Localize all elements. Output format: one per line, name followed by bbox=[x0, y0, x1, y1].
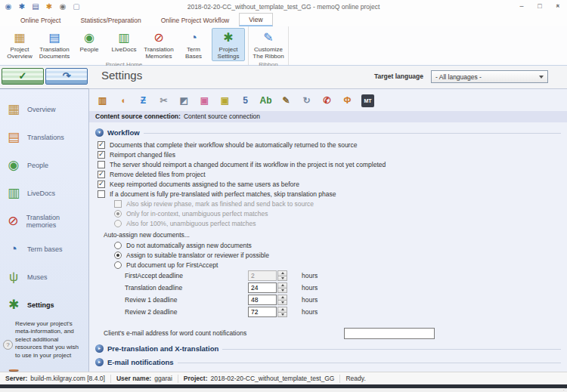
checkbox[interactable] bbox=[98, 141, 105, 149]
deadline-row: FirstAccept deadline 2 hours bbox=[125, 270, 567, 282]
checkbox-label[interactable]: Reimport changed files bbox=[110, 151, 175, 159]
sidebar-item-icon: ◔ bbox=[4, 242, 23, 257]
window-controls: – □ × bbox=[513, 1, 567, 13]
sidebar-item-overview[interactable]: ▦ Overview bbox=[0, 95, 88, 123]
skip-option-label[interactable]: Only for in-context, unambiguous perfect… bbox=[126, 210, 268, 218]
spinner-up-button[interactable] bbox=[277, 295, 287, 301]
penalty-settings-icon[interactable]: ✆ bbox=[321, 94, 333, 107]
deadline-input[interactable]: 72 bbox=[248, 307, 277, 317]
spinner-down-button[interactable] bbox=[277, 313, 287, 318]
customize-ribbon-button[interactable]: ✎ Customize The Ribbon bbox=[252, 28, 285, 61]
skip-options-list: Also skip review phase, mark as finished… bbox=[89, 199, 567, 228]
ribbon-tab[interactable]: View bbox=[239, 13, 272, 26]
radio-label[interactable]: Assign to suitable translator or reviewe… bbox=[126, 252, 269, 259]
skip-option-label[interactable]: Also for 100%, unambiguous perfect match… bbox=[126, 220, 256, 227]
ribbon-tab[interactable]: Online Project bbox=[11, 14, 70, 26]
term-bases-button[interactable]: ◔ Term Bases bbox=[177, 28, 210, 61]
new-document-icon[interactable]: ▢ bbox=[72, 2, 81, 11]
deadline-input[interactable]: 24 bbox=[248, 282, 277, 293]
radio-button[interactable] bbox=[114, 242, 122, 249]
section-pre-translation[interactable]: ▸ Pre-translation and X-translation bbox=[95, 344, 561, 353]
memoq-app-icon[interactable]: ◉ bbox=[4, 2, 13, 11]
checkbox-label[interactable]: Keep reimported documents assigned to th… bbox=[110, 181, 299, 188]
export-path-rules-icon[interactable]: ▣ bbox=[198, 94, 211, 107]
checkbox[interactable] bbox=[98, 151, 105, 159]
deadline-spinner bbox=[277, 282, 287, 293]
project-list-icon[interactable]: ▤ bbox=[31, 2, 40, 11]
radio-button[interactable] bbox=[114, 261, 122, 269]
checkbox-label[interactable]: Remove deleted files from project bbox=[110, 171, 206, 178]
server-connect-icon[interactable]: ✱ bbox=[17, 2, 26, 11]
sidebar-item-term-bases[interactable]: ◔ Term bases bbox=[0, 235, 88, 263]
sidebar-item-muses[interactable]: ψ Muses bbox=[0, 263, 88, 291]
ribbon-button-icon: ◉ bbox=[84, 29, 94, 46]
deadline-unit: hours bbox=[302, 308, 318, 316]
section-workflow-header[interactable]: ▾ Workflow bbox=[95, 128, 561, 137]
lqa-settings-icon[interactable]: ✎ bbox=[280, 94, 293, 107]
sidebar-item-label: Translation memories bbox=[26, 214, 88, 229]
people-button[interactable]: ◉ People bbox=[73, 28, 106, 61]
deadline-input[interactable]: 48 bbox=[248, 295, 277, 305]
segmentation-rules-icon[interactable]: ✂ bbox=[157, 94, 170, 107]
sidebar-item-people[interactable]: ◉ People bbox=[0, 151, 88, 179]
spinner-up-button[interactable] bbox=[277, 270, 287, 276]
ribbon-tab[interactable]: Statistics/Preparation bbox=[70, 14, 150, 26]
maximize-button[interactable]: □ bbox=[531, 1, 549, 13]
livedocs-button[interactable]: ▥ LiveDocs bbox=[107, 28, 141, 61]
spinner-down-button[interactable] bbox=[277, 276, 287, 282]
workflow-status-icon[interactable]: Ƶ bbox=[137, 94, 150, 107]
sidebar-item-settings[interactable]: ✱ Settings bbox=[0, 291, 88, 319]
number-formats-icon[interactable]: 5 bbox=[239, 94, 252, 107]
ribbon-tab[interactable]: Online Project Workflow bbox=[151, 14, 240, 26]
fonts-settings-icon[interactable]: Φ bbox=[341, 94, 354, 107]
checkbox[interactable] bbox=[98, 171, 105, 178]
machine-translation-icon[interactable]: MT bbox=[361, 94, 374, 107]
translation-documents-button[interactable]: ▤ Translation Documents bbox=[38, 28, 71, 61]
checkbox[interactable] bbox=[98, 161, 105, 168]
radio-button[interactable] bbox=[114, 252, 122, 259]
spinner-up-button[interactable] bbox=[277, 282, 287, 289]
minimize-button[interactable]: – bbox=[513, 1, 531, 13]
skip-option-control[interactable] bbox=[114, 200, 122, 208]
spinner-up-button[interactable] bbox=[277, 307, 287, 313]
help-icon[interactable]: ? bbox=[3, 340, 13, 350]
target-language-dropdown[interactable]: - All languages - bbox=[431, 70, 548, 83]
people-quick-icon[interactable]: ◉ bbox=[58, 2, 67, 11]
communication-settings-icon[interactable]: ◖ bbox=[116, 94, 129, 107]
project-settings-button[interactable]: ✱ Project Settings bbox=[212, 28, 245, 61]
sidebar-item-livedocs[interactable]: ▥ LiveDocs bbox=[0, 179, 88, 207]
sidebar-item-translation-memories[interactable]: ⊘ Translation memories bbox=[0, 207, 88, 235]
checkbox-label[interactable]: Documents that complete their workflow s… bbox=[110, 141, 357, 149]
skip-option-label[interactable]: Also skip review phase, mark as finished… bbox=[126, 200, 314, 208]
resize-grip[interactable]: ⋰ bbox=[561, 387, 566, 392]
checkbox[interactable] bbox=[98, 181, 105, 188]
auto-assign-option-row: Put document up for FirstAccept bbox=[114, 260, 567, 270]
deadline-input[interactable]: 2 bbox=[248, 270, 277, 281]
checkbox-label[interactable]: The server should reimport a changed doc… bbox=[110, 161, 386, 168]
skip-option-control[interactable] bbox=[114, 210, 122, 218]
client-email-input[interactable] bbox=[344, 328, 435, 339]
checkbox-label[interactable]: If a document is fully pre-translated wi… bbox=[110, 190, 336, 198]
general-settings-icon[interactable]: ▥ bbox=[96, 94, 109, 107]
target-language-value: - All languages - bbox=[435, 73, 482, 81]
auto-assign-label: Auto-assign new documents... bbox=[104, 231, 567, 239]
server-settings-gear-icon[interactable]: ✱ bbox=[45, 2, 54, 11]
translation-memories-button[interactable]: ⊘ Translation Memories bbox=[142, 28, 175, 61]
radio-label[interactable]: Put document up for FirstAccept bbox=[126, 261, 218, 269]
sidebar-item-translations[interactable]: ▤ Translations bbox=[0, 123, 88, 151]
qa-settings-icon[interactable]: ↻ bbox=[300, 94, 313, 107]
project-overview-button[interactable]: ▦ Project Overview bbox=[3, 28, 36, 61]
spelling-settings-icon[interactable]: Ab bbox=[259, 94, 272, 107]
spinner-down-button[interactable] bbox=[277, 301, 287, 306]
checkbox[interactable] bbox=[98, 190, 105, 198]
spinner-down-button[interactable] bbox=[277, 289, 287, 294]
section-email-notifications[interactable]: ▸ E-mail notifications bbox=[95, 357, 561, 367]
auto-translation-rules-icon[interactable]: ◩ bbox=[178, 94, 191, 107]
radio-label[interactable]: Do not automatically assign new document… bbox=[126, 242, 252, 249]
refresh-button[interactable]: ↷ bbox=[45, 68, 88, 85]
close-button[interactable]: × bbox=[549, 1, 567, 13]
filter-configurations-icon[interactable]: ▣ bbox=[218, 94, 231, 107]
skip-option-control[interactable] bbox=[114, 220, 122, 227]
sidebar-item-label: Settings bbox=[27, 301, 54, 309]
apply-button[interactable]: ✓ bbox=[2, 68, 44, 85]
